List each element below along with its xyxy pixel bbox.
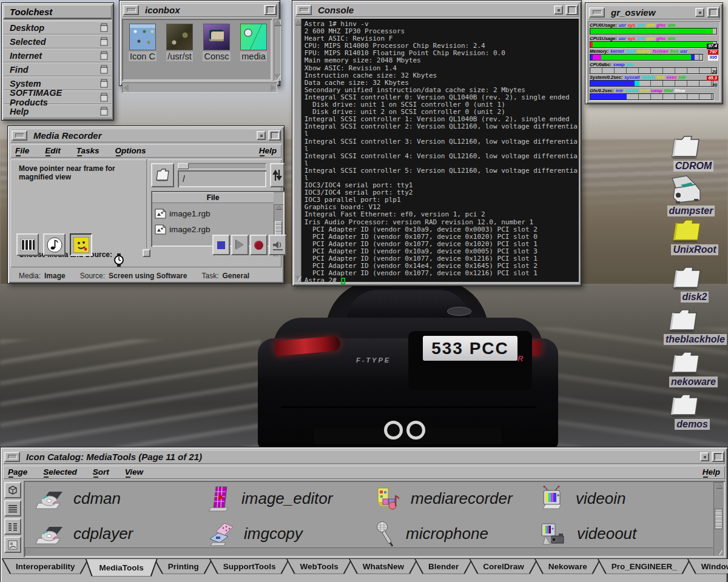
desktop-icon-disk2[interactable]: disk2	[667, 266, 722, 303]
scroll-up-icon[interactable]	[295, 20, 301, 25]
menu-view[interactable]: View	[125, 467, 143, 478]
catalog-icon-videoin[interactable]: videoin	[539, 484, 725, 513]
iconbox-item-console[interactable]: Consc	[202, 24, 231, 81]
window-menu-button[interactable]	[12, 130, 27, 141]
maximize-button[interactable]	[707, 7, 720, 18]
desktop-icon-cdrom[interactable]: CDROM	[666, 135, 721, 172]
tab-blender[interactable]: Blender	[414, 558, 473, 574]
toolchest-item-desktop[interactable]: Desktop	[4, 21, 112, 35]
file-list-header[interactable]: File	[152, 192, 274, 203]
slider-thumb[interactable]	[178, 163, 189, 169]
menu-selected[interactable]: Selected	[43, 467, 77, 478]
scroll-down-icon[interactable]	[716, 550, 722, 555]
scrollbar-thumb[interactable]	[715, 509, 723, 529]
desktop-icon-unixroot[interactable]: UnixRoot	[667, 218, 722, 255]
menu-edit[interactable]: Edit	[45, 146, 61, 156]
menu-help[interactable]: Help	[703, 467, 720, 478]
drop-pocket-button[interactable]	[4, 537, 21, 553]
catalog-icon-cdman[interactable]: cdman	[36, 484, 207, 513]
image-media-button-selected[interactable]	[70, 233, 92, 256]
console-scrollbar[interactable]	[295, 19, 302, 282]
scroll-right-icon[interactable]	[271, 84, 276, 92]
desktop-icon-demos[interactable]: demos	[665, 393, 720, 430]
scroll-up-icon[interactable]	[274, 20, 281, 25]
icon-view-tool-button[interactable]	[4, 482, 21, 498]
record-button[interactable]	[250, 235, 268, 255]
menu-file[interactable]: File	[15, 146, 29, 156]
toolchest-item-find[interactable]: Find	[4, 62, 112, 76]
window-menu-button[interactable]	[589, 7, 605, 18]
desktop-icon-nekoware[interactable]: nekoware	[666, 350, 721, 387]
iconbox-item-media[interactable]: media	[239, 24, 268, 81]
movie-media-button[interactable]	[16, 233, 39, 256]
path-history-slider[interactable]	[178, 163, 266, 169]
catalog-icon-image-editor[interactable]: image_editor	[207, 484, 374, 513]
gr-osview-titlebar[interactable]: gr_osview	[588, 5, 720, 19]
maximize-button[interactable]	[268, 130, 281, 141]
scroll-down-icon[interactable]	[274, 74, 281, 79]
icon-catalog-titlebar[interactable]: Icon Catalog: MediaTools (Page 11 of 21)	[3, 450, 725, 464]
toolchest-titlebar[interactable]: Toolchest	[4, 5, 112, 19]
catalog-icon-mediarecorder[interactable]: mediarecorder	[374, 484, 539, 513]
parent-folder-button[interactable]	[151, 163, 174, 187]
iconbox-horizontal-scrollbar[interactable]	[122, 82, 277, 93]
monitor-audio-button[interactable]	[269, 235, 286, 255]
iconbox-titlebar[interactable]: iconbox	[122, 3, 277, 17]
stop-button[interactable]	[212, 235, 230, 255]
panel-resize-knob[interactable]	[143, 249, 150, 257]
toolchest-item-selected[interactable]: Selected	[4, 35, 112, 48]
minimize-button[interactable]	[554, 5, 563, 15]
file-row-image1[interactable]: image1.rgb	[155, 206, 285, 221]
play-button[interactable]	[231, 235, 249, 255]
minimize-button[interactable]	[257, 131, 266, 140]
window-menu-button[interactable]	[4, 452, 20, 462]
menu-options[interactable]: Options	[115, 146, 146, 156]
rescan-button[interactable]	[270, 163, 285, 187]
tab-printing[interactable]: Printing	[154, 558, 213, 574]
console-output[interactable]: Astra 1# hinv -v 2 600 MHZ IP30 Processo…	[302, 19, 579, 277]
maximize-button[interactable]	[565, 5, 578, 15]
desktop-icon-dumpster[interactable]: dumpster	[664, 175, 718, 216]
tab-coreldraw[interactable]: CorelDraw	[469, 558, 538, 574]
catalog-vertical-scrollbar[interactable]	[713, 482, 724, 556]
scroll-up-icon[interactable]	[275, 205, 281, 209]
media-recorder-titlebar[interactable]: Media Recorder	[10, 129, 281, 142]
list-view-tool-button[interactable]	[4, 500, 21, 517]
menu-sort[interactable]: Sort	[93, 467, 109, 478]
console-prompt-row[interactable]: Astra 2#	[302, 277, 579, 284]
catalog-icon-videoout[interactable]: videoout	[539, 520, 725, 548]
window-menu-button[interactable]	[296, 5, 312, 15]
maximize-button[interactable]	[712, 452, 724, 462]
tab-nekoware[interactable]: Nekoware	[534, 558, 601, 574]
desktop-icon-theblackhole[interactable]: theblackhole	[664, 308, 718, 345]
grid-view-tool-button[interactable]	[4, 518, 21, 535]
scroll-up-icon[interactable]	[716, 483, 722, 488]
minimize-button[interactable]	[695, 8, 704, 17]
catalog-icon-cdplayer[interactable]: cdplayer	[36, 520, 207, 548]
tab-windows95[interactable]: Windows95	[687, 558, 728, 574]
catalog-icon-microphone[interactable]: microphone	[374, 520, 539, 548]
tab-whatsnew[interactable]: WhatsNew	[349, 558, 418, 574]
audio-media-button[interactable]	[43, 233, 66, 256]
catalog-icon-imgcopy[interactable]: imgcopy	[207, 520, 374, 548]
menu-page[interactable]: Page	[8, 467, 27, 478]
menu-help[interactable]: Help	[259, 146, 277, 156]
tab-webtools[interactable]: WebTools	[286, 558, 352, 574]
catalog-horizontal-scrollbar[interactable]	[25, 547, 713, 556]
iconbox-vertical-scrollbar[interactable]	[274, 19, 281, 81]
toolchest-item-internet[interactable]: Internet	[4, 48, 112, 62]
scroll-down-icon[interactable]	[295, 276, 301, 281]
toolchest-item-softimage[interactable]: SOFTIMAGE Products	[4, 90, 112, 104]
iconbox-item-usr[interactable]: /usr/st	[165, 24, 194, 81]
window-menu-button[interactable]	[123, 5, 139, 15]
tab-mediatools-active[interactable]: MediaTools	[86, 558, 158, 576]
minimize-button[interactable]	[700, 452, 709, 461]
menu-tasks[interactable]: Tasks	[76, 146, 99, 156]
tab-pro-engineer[interactable]: Pro_ENGINEER_	[598, 558, 691, 574]
tab-supporttools[interactable]: SupportTools	[209, 558, 290, 574]
iconbox-item-icon-catalog[interactable]: Icon C	[128, 24, 157, 81]
path-input[interactable]: /	[178, 170, 266, 187]
console-titlebar[interactable]: Console	[295, 3, 579, 17]
maximize-button[interactable]	[264, 5, 277, 15]
tab-interoperability[interactable]: Interoperability	[2, 558, 89, 574]
